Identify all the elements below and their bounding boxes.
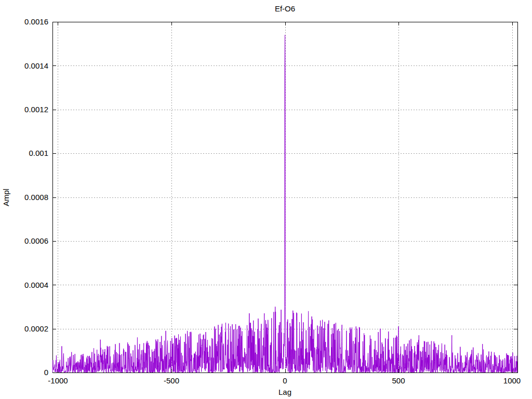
x-tick-label: 1000 (503, 376, 521, 385)
autocorrelation-series (52, 35, 517, 373)
y-tick-label: 0.001 (29, 149, 48, 157)
y-tick-label: 0.0004 (24, 281, 48, 289)
x-tick-label: 500 (392, 376, 405, 385)
x-tick-label: 0 (283, 376, 287, 385)
y-tick-label: 0 (44, 368, 48, 377)
y-tick-label: 0.0012 (24, 105, 48, 114)
y-tick-label: 0.0006 (24, 236, 48, 245)
y-tick-label: 0.0014 (24, 61, 48, 70)
autocorrelation-plot: 00.00020.00040.00060.00080.0010.00120.00… (0, 0, 532, 399)
x-tick-label: -500 (164, 376, 179, 385)
y-tick-label: 0.0016 (24, 17, 48, 26)
y-tick-label: 0.0002 (24, 324, 48, 333)
x-tick-label: -1000 (48, 376, 68, 385)
y-tick-label: 0.0008 (24, 193, 48, 202)
gnuplot-window: Ef-O6 Ampl Lag 00.00020.00040.00060.0008… (0, 0, 532, 399)
